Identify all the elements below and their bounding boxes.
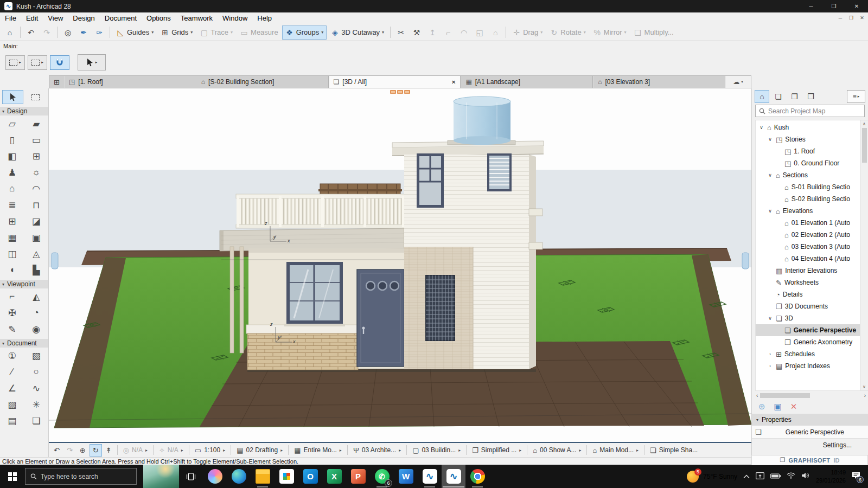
walk-mode-button[interactable]: ↟	[103, 444, 115, 457]
railing-tool[interactable]: ⊓	[24, 197, 49, 213]
view-cone-selector[interactable]: ◎ N/A ▸	[120, 444, 151, 457]
taskbar-word[interactable]	[394, 465, 418, 488]
menu-window[interactable]: Window	[218, 12, 252, 24]
tree-item-02-elevation-2[interactable]: ⌂ 02 Elevation 2 (Auto	[756, 229, 860, 241]
project-map-button[interactable]: ⌂	[755, 90, 769, 103]
grids-button[interactable]: ⊞ Grids ▾	[157, 25, 196, 40]
elevation-tool[interactable]: ◭	[24, 288, 49, 305]
menu-help[interactable]: Help	[252, 12, 277, 24]
figure-tool[interactable]: ▤	[0, 413, 24, 429]
start-button[interactable]	[0, 465, 25, 488]
tray-overflow-button[interactable]	[743, 473, 750, 480]
groups-button[interactable]: ❖ Groups ▾	[282, 25, 327, 40]
pickup-parameters-button[interactable]: ✒	[76, 25, 91, 40]
scroll-down-icon[interactable]: ∨	[863, 384, 866, 389]
tree-item-project-indexes[interactable]: › ▤ Project Indexes	[756, 360, 860, 372]
tab-a1-landscape[interactable]: ▦ [A1 Landscape]	[461, 76, 593, 88]
navigator-menu-button[interactable]: ≡ ▸	[847, 90, 865, 103]
view-map-button[interactable]: ❏	[771, 90, 786, 103]
fit-to-roof-button[interactable]: ⌂	[488, 25, 503, 40]
tree-item-03-elevation-3[interactable]: ⌂ 03 Elevation 3 (Auto	[756, 241, 860, 253]
tab-overview-button[interactable]: ⊞	[49, 75, 64, 88]
split-button[interactable]: ✂	[393, 25, 409, 40]
stair-tool[interactable]: ≣	[0, 197, 24, 213]
marquee-tool-button[interactable]	[25, 90, 46, 104]
cutaway-button[interactable]: ◈ 3D Cutaway ▾	[327, 25, 387, 40]
taskbar-file-explorer[interactable]	[251, 465, 275, 488]
home-button[interactable]: ⌂	[2, 25, 17, 40]
curved-shell-tool[interactable]: ◖	[0, 262, 24, 278]
tree-item-elevations[interactable]: ∨ ⌂ Elevations	[756, 205, 860, 217]
scroll-up-icon[interactable]: ∧	[863, 121, 866, 126]
task-view-button[interactable]	[179, 465, 203, 488]
taskbar-excel[interactable]	[322, 465, 346, 488]
project-map-search[interactable]	[755, 105, 865, 117]
rotate-button[interactable]: ↻ Rotate ▾	[546, 25, 589, 40]
scroll-left-icon[interactable]: ‹	[756, 393, 758, 399]
dimension-style-selector[interactable]: ❐ Simplified ... ▸	[469, 444, 525, 457]
add-viewpoint-button[interactable]: ⊕	[758, 402, 765, 412]
elevate-button[interactable]: ↥	[425, 25, 440, 40]
shell-tool[interactable]: ◠	[24, 181, 49, 197]
tree-item-stories[interactable]: ∨ ◳ Stories	[756, 133, 860, 145]
doc-minimize-button[interactable]: ─	[835, 12, 845, 23]
select-marquee-button[interactable]: ▸	[28, 55, 47, 70]
detail-tool[interactable]: ◔	[24, 305, 49, 321]
tree-chevron-icon[interactable]: ›	[767, 351, 773, 357]
taskbar-chrome[interactable]	[465, 465, 489, 488]
lamp-tool[interactable]: ☼	[24, 164, 49, 181]
drag-button[interactable]: ✛ Drag ▾	[509, 25, 546, 40]
tree-item-interior-elevations[interactable]: ▥ Interior Elevations	[756, 265, 860, 277]
tree-item-3d-documents[interactable]: ❐ 3D Documents	[756, 300, 860, 312]
arrow-tool-button[interactable]	[2, 90, 23, 104]
tree-item-s02-building-section[interactable]: ⌂ S-02 Building Sectio	[756, 193, 860, 205]
search-input[interactable]	[768, 107, 861, 115]
mirror-button[interactable]: % Mirror ▾	[590, 25, 630, 40]
menu-file[interactable]: File	[0, 12, 21, 24]
trace-button[interactable]: ▢ Trace ▾	[196, 25, 236, 40]
menu-design[interactable]: Design	[68, 12, 99, 24]
doc-close-button[interactable]: ✕	[857, 12, 867, 23]
tab-1-roof[interactable]: ◳ [1. Roof]	[64, 76, 196, 88]
move-marquee-button[interactable]: ▸	[5, 55, 25, 70]
publisher-sets-button[interactable]: ❒	[803, 90, 818, 103]
fill-tool[interactable]: ▧	[24, 348, 49, 364]
menu-options[interactable]: Options	[142, 12, 176, 24]
mesh-tool[interactable]: ▦	[0, 229, 24, 246]
toolbox-section-design[interactable]: ▾ Design	[0, 107, 48, 115]
menu-document[interactable]: Document	[100, 12, 142, 24]
curtain-wall-tool[interactable]: ⊞	[0, 213, 24, 229]
door-tool[interactable]: ◧	[0, 148, 24, 164]
taskbar-archicad[interactable]	[418, 465, 442, 488]
tab-3d-all[interactable]: ❏ [3D / All] ✕	[329, 76, 461, 88]
tree-item-details[interactable]: ◔ Details	[756, 288, 860, 300]
delete-viewpoint-button[interactable]: ✕	[790, 402, 797, 412]
tree-item-kush[interactable]: ∨ ⌂ Kush	[756, 121, 860, 133]
tree-item-sections[interactable]: ∨ ⌂ Sections	[756, 169, 860, 181]
taskbar-archicad-active[interactable]	[442, 465, 465, 488]
object-tool[interactable]: ♟	[0, 164, 24, 181]
scale-selector[interactable]: ▭ 1:100 ▸	[192, 444, 228, 457]
taskbar-copilot[interactable]	[203, 465, 227, 488]
menu-view[interactable]: View	[43, 12, 68, 24]
window-tool[interactable]: ⊞	[24, 148, 49, 164]
resize-button[interactable]: ◱	[472, 25, 487, 40]
settings-button[interactable]: Settings...	[752, 439, 868, 452]
tab-03-elevation-3[interactable]: ⌂ [03 Elevation 3]	[593, 76, 725, 88]
adjust-button[interactable]: ⚒	[409, 25, 424, 40]
taskbar-whatsapp[interactable]: 6	[370, 465, 394, 488]
toolbox-section-document[interactable]: ▾ Document	[0, 339, 48, 348]
scrollbar-thumb[interactable]	[760, 393, 810, 398]
model-view-options-selector[interactable]: Ψ 03 Archite... ▸	[350, 444, 404, 457]
tab-s02-building-section[interactable]: ⌂ [S-02 Building Section]	[196, 76, 329, 88]
circle-tool[interactable]: ○	[24, 364, 49, 380]
graphisoft-id-badge[interactable]: ❐ GRAPHISOFT ID	[751, 455, 868, 465]
zone-stamp-tool[interactable]: ▙	[24, 262, 49, 278]
notification-center-button[interactable]: 6	[852, 472, 864, 481]
battery-button[interactable]	[770, 473, 781, 480]
undo-button[interactable]: ↶	[23, 25, 39, 40]
tree-item-generic-axonometry[interactable]: ❒ Generic Axonometry	[756, 336, 860, 348]
taskbar-edge[interactable]	[227, 465, 251, 488]
line-tool[interactable]: ∕	[0, 364, 24, 380]
volume-button[interactable]	[801, 472, 810, 480]
